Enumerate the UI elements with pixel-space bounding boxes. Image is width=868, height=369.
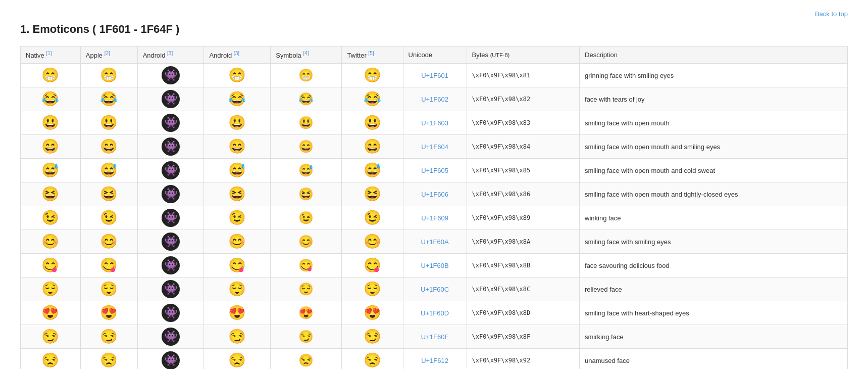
symbola-emoji-cell: 😉: [271, 206, 342, 230]
emoji-table: Native [1] Apple [2] Android [3] Android…: [20, 46, 848, 369]
bytes-cell: \xF0\x9F\x98\x82: [467, 87, 579, 111]
android2-emoji-cell: 😃: [204, 111, 271, 135]
native-emoji-cell: 😍: [21, 301, 81, 325]
symbola-emoji-cell: 😏: [271, 325, 342, 349]
android1-emoji-cell: 👾: [137, 349, 204, 369]
bytes-cell: \xF0\x9F\x98\x85: [467, 159, 579, 182]
table-row: 😊😊👾😊😊😊U+1F60A\xF0\x9F\x98\x8Asmiling fac…: [21, 230, 848, 254]
bytes-cell: \xF0\x9F\x98\x8D: [467, 301, 579, 325]
native-emoji-cell: 😂: [21, 87, 81, 111]
symbola-emoji-cell: 😃: [271, 111, 342, 135]
description-cell: smiling face with open mouth: [580, 111, 848, 135]
table-row: 😍😍👾😍😍😍U+1F60D\xF0\x9F\x98\x8Dsmiling fac…: [21, 301, 848, 325]
android1-emoji-cell: 👾: [137, 278, 204, 301]
twitter-emoji-cell: 😊: [342, 230, 403, 254]
symbola-emoji-cell: 😋: [271, 254, 342, 278]
description-cell: unamused face: [580, 349, 848, 369]
col-native: Native [1]: [21, 47, 81, 64]
apple-emoji-cell: 😌: [80, 278, 137, 301]
table-row: 😆😆👾😆😆😆U+1F606\xF0\x9F\x98\x86smiling fac…: [21, 182, 848, 206]
apple-emoji-cell: 😏: [80, 325, 137, 349]
apple-emoji-cell: 😉: [80, 206, 137, 230]
bytes-cell: \xF0\x9F\x98\x8C: [467, 278, 579, 301]
symbola-emoji-cell: 😍: [271, 301, 342, 325]
unicode-cell[interactable]: U+1F603: [403, 111, 467, 135]
unicode-cell[interactable]: U+1F60B: [403, 254, 467, 278]
description-cell: smiling face with smiling eyes: [580, 230, 848, 254]
table-row: 😋😋👾😋😋😋U+1F60B\xF0\x9F\x98\x8Bface savour…: [21, 254, 848, 278]
native-emoji-cell: 😆: [21, 182, 81, 206]
twitter-emoji-cell: 😅: [342, 159, 403, 182]
twitter-emoji-cell: 😁: [342, 64, 403, 87]
col-description: Description: [580, 47, 848, 64]
unicode-cell[interactable]: U+1F606: [403, 182, 467, 206]
unicode-cell[interactable]: U+1F602: [403, 87, 467, 111]
table-row: 😄😄👾😄😄😄U+1F604\xF0\x9F\x98\x84smiling fac…: [21, 135, 848, 159]
android1-emoji-cell: 👾: [137, 87, 204, 111]
unicode-cell[interactable]: U+1F612: [403, 349, 467, 369]
table-row: 😌😌👾😌😌😌U+1F60C\xF0\x9F\x98\x8Crelieved fa…: [21, 278, 848, 301]
description-cell: relieved face: [580, 278, 848, 301]
android2-emoji-cell: 😅: [204, 159, 271, 182]
native-emoji-cell: 😉: [21, 206, 81, 230]
android1-emoji-cell: 👾: [137, 135, 204, 159]
twitter-emoji-cell: 😄: [342, 135, 403, 159]
table-row: 😅😅👾😅😅😅U+1F605\xF0\x9F\x98\x85smiling fac…: [21, 159, 848, 182]
apple-emoji-cell: 😅: [80, 159, 137, 182]
description-cell: smiling face with open mouth and cold sw…: [580, 159, 848, 182]
android1-emoji-cell: 👾: [137, 159, 204, 182]
page-title: 1. Emoticons ( 1F601 - 1F64F ): [20, 23, 848, 36]
unicode-cell[interactable]: U+1F60F: [403, 325, 467, 349]
bytes-cell: \xF0\x9F\x98\x92: [467, 349, 579, 369]
table-row: 😉😉👾😉😉😉U+1F609\xF0\x9F\x98\x89winking fac…: [21, 206, 848, 230]
table-row: 😃😃👾😃😃😃U+1F603\xF0\x9F\x98\x83smiling fac…: [21, 111, 848, 135]
col-unicode: Unicode: [403, 47, 467, 64]
unicode-cell[interactable]: U+1F601: [403, 64, 467, 87]
symbola-emoji-cell: 😂: [271, 87, 342, 111]
description-cell: smiling face with open mouth and tightly…: [580, 182, 848, 206]
symbola-emoji-cell: 😁: [271, 64, 342, 87]
native-emoji-cell: 😄: [21, 135, 81, 159]
twitter-emoji-cell: 😂: [342, 87, 403, 111]
android2-emoji-cell: 😌: [204, 278, 271, 301]
symbola-emoji-cell: 😄: [271, 135, 342, 159]
symbola-emoji-cell: 😌: [271, 278, 342, 301]
col-apple: Apple [2]: [80, 47, 137, 64]
bytes-cell: \xF0\x9F\x98\x84: [467, 135, 579, 159]
twitter-emoji-cell: 😉: [342, 206, 403, 230]
android1-emoji-cell: 👾: [137, 206, 204, 230]
twitter-emoji-cell: 😏: [342, 325, 403, 349]
twitter-emoji-cell: 😍: [342, 301, 403, 325]
symbola-emoji-cell: 😊: [271, 230, 342, 254]
native-emoji-cell: 😊: [21, 230, 81, 254]
native-emoji-cell: 😋: [21, 254, 81, 278]
bytes-cell: \xF0\x9F\x98\x86: [467, 182, 579, 206]
native-emoji-cell: 😏: [21, 325, 81, 349]
android1-emoji-cell: 👾: [137, 325, 204, 349]
symbola-emoji-cell: 😆: [271, 182, 342, 206]
description-cell: smiling face with open mouth and smiling…: [580, 135, 848, 159]
unicode-cell[interactable]: U+1F60D: [403, 301, 467, 325]
apple-emoji-cell: 😒: [80, 349, 137, 369]
native-emoji-cell: 😌: [21, 278, 81, 301]
description-cell: smirking face: [580, 325, 848, 349]
apple-emoji-cell: 😋: [80, 254, 137, 278]
android2-emoji-cell: 😒: [204, 349, 271, 369]
apple-emoji-cell: 😄: [80, 135, 137, 159]
apple-emoji-cell: 😆: [80, 182, 137, 206]
twitter-emoji-cell: 😃: [342, 111, 403, 135]
apple-emoji-cell: 😃: [80, 111, 137, 135]
twitter-emoji-cell: 😒: [342, 349, 403, 369]
unicode-cell[interactable]: U+1F60C: [403, 278, 467, 301]
native-emoji-cell: 😒: [21, 349, 81, 369]
back-to-top-link[interactable]: Back to top: [815, 10, 848, 18]
android2-emoji-cell: 😋: [204, 254, 271, 278]
bytes-cell: \xF0\x9F\x98\x8F: [467, 325, 579, 349]
unicode-cell[interactable]: U+1F605: [403, 159, 467, 182]
unicode-cell[interactable]: U+1F604: [403, 135, 467, 159]
unicode-cell[interactable]: U+1F60A: [403, 230, 467, 254]
bytes-cell: \xF0\x9F\x98\x83: [467, 111, 579, 135]
unicode-cell[interactable]: U+1F609: [403, 206, 467, 230]
twitter-emoji-cell: 😌: [342, 278, 403, 301]
android1-emoji-cell: 👾: [137, 254, 204, 278]
